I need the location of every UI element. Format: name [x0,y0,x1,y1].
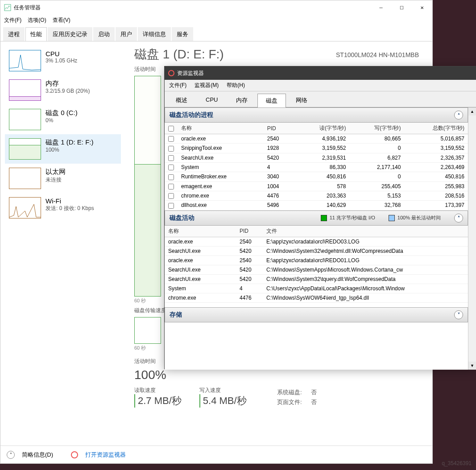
section-title: 磁盘活动的进程 [170,111,213,119]
sidebar-item-cpu[interactable]: CPU3% 1.05 GHz [5,46,121,75]
sidebar-item-ethernet[interactable]: 以太网未连接 [5,164,121,193]
col-pid[interactable]: PID [264,123,295,134]
rm-tab-memory[interactable]: 内存 [228,93,256,107]
col-name[interactable]: 名称 [178,123,264,134]
col-write[interactable]: 写(字节/秒) [349,123,404,134]
tab-users[interactable]: 用户 [116,27,137,41]
row-checkbox[interactable] [168,146,174,152]
tab-processes[interactable]: 进程 [3,27,25,41]
row-checkbox[interactable] [168,136,174,142]
chevron-up-icon[interactable]: ˄ [454,214,463,223]
io-meter-label: 11 兆字节/秒磁盘 I/O [330,214,375,221]
chevron-up-icon[interactable]: ˄ [454,111,463,120]
write-speed-label: 写入速度 [199,387,247,394]
rm-menu-monitor[interactable]: 监视器(M) [195,82,219,89]
row-checkbox[interactable] [168,184,174,190]
scrollbar[interactable]: ▲ ▼ [468,107,476,370]
chevron-up-icon[interactable]: ˄ [7,451,15,459]
tab-startup[interactable]: 启动 [93,27,115,41]
sidebar-sub: 100% [46,147,94,153]
close-button[interactable]: ✕ [412,0,432,15]
minimize-button[interactable]: ─ [371,0,391,15]
table-row[interactable]: System4C:\Users\zyxc\AppData\Local\Packa… [165,284,468,293]
open-resource-monitor-link[interactable]: 打开资源监视器 [85,451,126,459]
menu-view[interactable]: 查看(V) [53,16,70,24]
scroll-up-icon[interactable]: ▲ [468,107,476,115]
row-checkbox[interactable] [168,193,174,199]
resource-monitor-icon [168,70,174,76]
wifi-thumb-graph [9,197,41,219]
ethernet-thumb-graph [9,168,41,189]
table-row[interactable]: chrome.exe4476203,3635,153208,516 [165,191,468,200]
col-file[interactable]: 文件 [263,226,468,237]
section-storage-header[interactable]: 存储 ˅ [165,307,468,322]
rm-titlebar[interactable]: 资源监视器 [165,66,476,80]
rm-tab-cpu[interactable]: CPU [197,93,226,107]
time-meter-label: 100% 最长活动时间 [397,214,441,221]
tab-app-history[interactable]: 应用历史记录 [48,27,92,41]
sidebar-sub: 未连接 [46,176,66,184]
sidebar-item-disk0[interactable]: 磁盘 0 (C:)0% [5,105,121,134]
tab-services[interactable]: 服务 [172,27,193,41]
rm-menu-file[interactable]: 文件(F) [169,82,186,89]
rm-tab-overview[interactable]: 概述 [167,93,196,107]
maximize-button[interactable]: ☐ [391,0,412,15]
memory-thumb-graph [9,79,41,101]
tab-performance[interactable]: 性能 [25,27,47,41]
menu-file[interactable]: 文件(F) [4,16,21,24]
menu-options[interactable]: 选项(O) [28,16,46,24]
row-checkbox[interactable] [168,165,174,170]
section-activity-header[interactable]: 磁盘活动 11 兆字节/秒磁盘 I/O 100% 最长活动时间 ˄ [165,210,468,226]
scroll-down-icon[interactable]: ▼ [468,362,476,370]
table-row[interactable]: chrome.exe4476C:\Windows\SysWOW64\ierd_t… [165,293,468,302]
svg-rect-0 [4,4,11,11]
row-checkbox[interactable] [168,155,174,161]
sidebar-label: 磁盘 0 (C:) [46,109,78,117]
table-row[interactable]: dllhost.exe5496140,62932,768173,397 [165,201,468,210]
rm-content: 磁盘活动的进程 ˄ 名称 PID 读(字节/秒) 写(字节/秒) 总数(字节/秒… [165,107,476,370]
col-pid[interactable]: PID [236,226,263,237]
col-name[interactable]: 名称 [165,226,236,237]
section-processes-header[interactable]: 磁盘活动的进程 ˄ [165,107,468,123]
simple-view-link[interactable]: 简略信息(D) [22,451,53,459]
disk-model: ST1000LM024 HN-M101MBB [336,51,419,58]
read-speed-label: 读取速度 [134,387,182,394]
table-row[interactable]: SearchUI.exe54202,319,5316,8272,326,357 [165,153,468,162]
sidebar-sub: 发送: 0 接收: 0 Kbps [46,205,94,212]
table-row[interactable]: System486,3302,177,1402,263,469 [165,162,468,172]
section-title: 磁盘活动 [170,214,195,222]
sidebar-item-memory[interactable]: 内存3.2/15.9 GB (20%) [5,75,121,105]
tab-details[interactable]: 详细信息 [138,27,171,41]
sidebar-label: 磁盘 1 (D: E: F:) [46,138,94,147]
table-row[interactable]: oracle.exe2540E:\app\zyxc\oradata\orcl\R… [165,256,468,265]
table-row[interactable]: oracle.exe2540E:\app\zyxc\oradata\orcl\R… [165,237,468,246]
table-row[interactable]: RuntimeBroker.exe3040450,8160450,816 [165,172,468,181]
rm-tab-disk[interactable]: 磁盘 [257,94,286,107]
table-row[interactable]: SearchUI.exe5420C:\Windows\System32\edge… [165,246,468,256]
titlebar[interactable]: 任务管理器 ─ ☐ ✕ [0,0,432,15]
table-row[interactable]: SearchUI.exe5420C:\Windows\SystemApps\Mi… [165,265,468,274]
activity-graph [134,76,161,297]
row-checkbox[interactable] [168,203,174,209]
sidebar-item-wifi[interactable]: Wi-Fi发送: 0 接收: 0 Kbps [5,193,121,223]
select-all-checkbox[interactable] [168,126,174,132]
row-checkbox[interactable] [168,174,174,180]
table-row[interactable]: emagent.exe1004578255,405255,983 [165,181,468,191]
table-row[interactable]: SearchUI.exe5420C:\Windows\System32\tque… [165,274,468,284]
time-meter-icon [389,215,395,221]
sidebar-sub: 0% [46,117,78,124]
page-file-label: 页面文件: [277,398,302,406]
table-row[interactable]: SnippingTool.exe19283,159,55203,159,552 [165,144,468,153]
rm-tab-network[interactable]: 网络 [287,93,316,107]
rm-menu-help[interactable]: 帮助(H) [227,82,245,89]
sidebar-label: 以太网 [46,168,66,176]
chevron-down-icon[interactable]: ˅ [454,310,463,319]
activity-table: 名称 PID 文件 oracle.exe2540E:\app\zyxc\orad… [165,226,468,303]
col-read[interactable]: 读(字节/秒) [294,123,349,134]
sidebar-sub: 3% 1.05 GHz [46,58,77,64]
col-total[interactable]: 总数(字节/秒) [404,123,468,134]
processes-table: 名称 PID 读(字节/秒) 写(字节/秒) 总数(字节/秒) oracle.e… [165,123,468,210]
sidebar-label: CPU [46,50,77,58]
sidebar-item-disk1[interactable]: 磁盘 1 (D: E: F:)100% [5,134,121,164]
table-row[interactable]: oracle.exe25404,936,19280,6655,016,857 [165,134,468,144]
